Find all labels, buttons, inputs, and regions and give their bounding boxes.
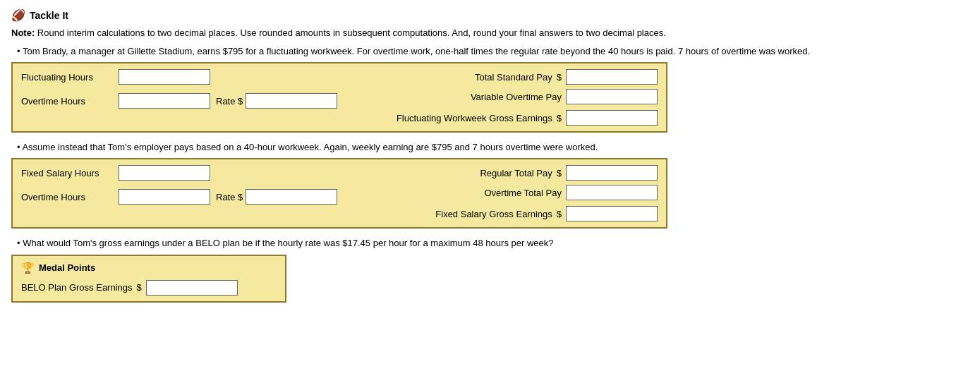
belo-dollar: $ bbox=[137, 282, 142, 293]
fixed-salary-hours-label: Fixed Salary Hours bbox=[21, 168, 113, 178]
fixed-salary-hours-input[interactable] bbox=[119, 165, 210, 181]
section2-overtime-total-row: Overtime Total Pay bbox=[353, 185, 658, 200]
belo-gross-input[interactable] bbox=[146, 280, 238, 296]
note-content: Round interim calculations to two decima… bbox=[37, 28, 666, 38]
section1-left-col: Fluctuating Hours Overtime Hours Rate $ bbox=[21, 69, 339, 126]
section1-rate-input[interactable] bbox=[246, 93, 337, 109]
section2-dollar2: $ bbox=[557, 209, 562, 219]
section2-left-col: Fixed Salary Hours Overtime Hours Rate $ bbox=[21, 165, 339, 221]
medal-icon: 🏆 bbox=[21, 262, 35, 274]
fluctuating-hours-input[interactable] bbox=[119, 69, 210, 85]
total-standard-pay-label: Total Standard Pay bbox=[418, 72, 552, 83]
section1: Tom Brady, a manager at Gillette Stadium… bbox=[11, 45, 969, 133]
section2-overtime-input[interactable] bbox=[119, 189, 210, 205]
page-header: 🏈 Tackle It bbox=[11, 8, 969, 22]
section2: Assume instead that Tom's employer pays … bbox=[11, 141, 969, 229]
overtime-total-pay-input[interactable] bbox=[566, 185, 658, 200]
total-standard-pay-input[interactable] bbox=[566, 69, 658, 85]
section2-bullet: Assume instead that Tom's employer pays … bbox=[17, 141, 969, 154]
regular-total-pay-label: Regular Total Pay bbox=[418, 168, 552, 178]
section1-gross-row: Fluctuating Workweek Gross Earnings $ bbox=[353, 110, 658, 126]
section1-total-standard-row: Total Standard Pay $ bbox=[353, 69, 658, 85]
section2-dollar1: $ bbox=[557, 168, 562, 178]
section2-overtime-label: Overtime Hours bbox=[21, 192, 113, 202]
variable-overtime-input[interactable] bbox=[566, 89, 658, 104]
overtime-total-pay-label: Overtime Total Pay bbox=[428, 188, 562, 198]
medal-box: 🏆 Medal Points BELO Plan Gross Earnings … bbox=[11, 255, 286, 303]
section2-rate-group: Rate $ bbox=[216, 189, 337, 205]
regular-total-pay-input[interactable] bbox=[566, 165, 658, 181]
section2-rate-label: Rate $ bbox=[216, 192, 243, 202]
section2-right-col: Regular Total Pay $ Overtime Total Pay F… bbox=[339, 165, 658, 221]
section2-overtime-row: Overtime Hours Rate $ bbox=[21, 189, 339, 205]
medal-header: 🏆 Medal Points bbox=[21, 262, 277, 274]
fluctuating-hours-label: Fluctuating Hours bbox=[21, 72, 113, 83]
section1-overtime-row: Overtime Hours Rate $ bbox=[21, 93, 339, 109]
section1-overtime-label: Overtime Hours bbox=[21, 96, 113, 107]
section1-dollar2: $ bbox=[557, 113, 562, 123]
section3-bullet: What would Tom's gross earnings under a … bbox=[17, 237, 969, 250]
section2-gross-row: Fixed Salary Gross Earnings $ bbox=[353, 206, 658, 221]
fixed-salary-gross-input[interactable] bbox=[566, 206, 658, 221]
gross-earnings-input[interactable] bbox=[566, 110, 658, 126]
section1-dollar1: $ bbox=[557, 72, 562, 83]
variable-overtime-label: Variable Overtime Pay bbox=[428, 92, 562, 102]
section2-calc-box: Fixed Salary Hours Overtime Hours Rate $… bbox=[11, 158, 667, 229]
section1-bullet: Tom Brady, a manager at Gillette Stadium… bbox=[17, 45, 969, 58]
section1-rate-group: Rate $ bbox=[216, 93, 337, 109]
note-text: Note: Round interim calculations to two … bbox=[11, 28, 969, 38]
section1-fluctuating-row: Fluctuating Hours bbox=[21, 69, 339, 85]
gross-earnings-label: Fluctuating Workweek Gross Earnings bbox=[383, 113, 552, 123]
belo-row: BELO Plan Gross Earnings $ bbox=[21, 280, 277, 296]
belo-label: BELO Plan Gross Earnings bbox=[21, 282, 133, 293]
football-icon: 🏈 bbox=[11, 8, 25, 22]
section1-rate-label: Rate $ bbox=[216, 96, 243, 107]
note-label: Note: bbox=[11, 28, 35, 38]
section1-variable-overtime-row: Variable Overtime Pay bbox=[353, 89, 658, 104]
page-title: Tackle It bbox=[30, 10, 68, 21]
section3: What would Tom's gross earnings under a … bbox=[11, 237, 969, 302]
fixed-salary-gross-label: Fixed Salary Gross Earnings bbox=[383, 209, 552, 219]
medal-header-label: Medal Points bbox=[39, 262, 95, 273]
section1-right-col: Total Standard Pay $ Variable Overtime P… bbox=[339, 69, 658, 126]
section1-overtime-input[interactable] bbox=[119, 93, 210, 109]
section2-fixed-salary-row: Fixed Salary Hours bbox=[21, 165, 339, 181]
section2-regular-total-row: Regular Total Pay $ bbox=[353, 165, 658, 181]
section2-rate-input[interactable] bbox=[246, 189, 337, 205]
section1-calc-box: Fluctuating Hours Overtime Hours Rate $ … bbox=[11, 62, 667, 133]
